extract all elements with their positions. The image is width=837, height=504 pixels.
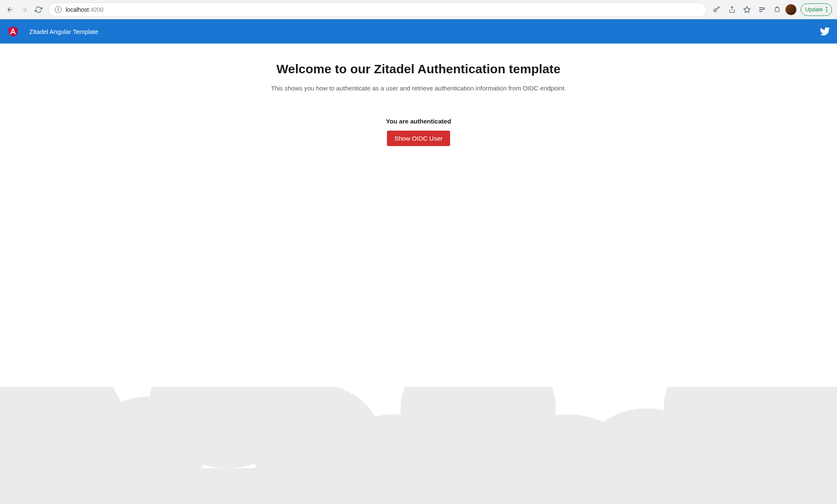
main-content: Welcome to our Zitadel Authentication te… xyxy=(0,44,837,146)
svg-marker-1 xyxy=(744,6,750,12)
extensions-icon[interactable] xyxy=(770,3,784,16)
forward-button[interactable] xyxy=(18,3,31,16)
reading-list-icon[interactable] xyxy=(755,3,769,16)
app-header: Zitadel Angular Template xyxy=(0,19,837,44)
welcome-subtitle: This shows you how to authenticate as a … xyxy=(0,85,837,92)
angular-logo-icon xyxy=(7,25,19,38)
back-button[interactable] xyxy=(3,3,17,16)
welcome-title: Welcome to our Zitadel Authentication te… xyxy=(0,62,837,76)
svg-rect-3 xyxy=(776,7,778,8)
svg-rect-2 xyxy=(775,8,779,11)
url-host: localhost xyxy=(66,6,89,13)
address-bar[interactable]: i localhost:4200 xyxy=(49,3,707,17)
svg-point-0 xyxy=(714,9,716,11)
password-key-icon[interactable] xyxy=(710,3,724,16)
arrow-right-icon xyxy=(21,6,28,13)
bookmark-star-icon[interactable] xyxy=(740,3,754,16)
reload-icon xyxy=(35,6,42,13)
header-left: Zitadel Angular Template xyxy=(7,25,98,38)
auth-status: You are authenticated xyxy=(0,118,837,125)
show-oidc-user-button[interactable]: Show OIDC User xyxy=(387,131,450,146)
reload-button[interactable] xyxy=(32,3,45,16)
share-icon[interactable] xyxy=(725,3,739,16)
svg-marker-5 xyxy=(13,27,18,37)
nav-buttons xyxy=(3,3,45,16)
chrome-actions: Update xyxy=(710,3,834,16)
app-title: Zitadel Angular Template xyxy=(29,28,98,35)
url-display: localhost:4200 xyxy=(66,6,103,13)
update-button[interactable]: Update xyxy=(801,3,832,16)
url-port: :4200 xyxy=(89,6,103,13)
browser-toolbar: i localhost:4200 xyxy=(0,0,837,19)
update-label: Update xyxy=(805,6,823,13)
site-info-icon[interactable]: i xyxy=(55,6,62,13)
arrow-left-icon xyxy=(6,6,14,13)
more-dots-icon xyxy=(826,7,827,12)
profile-avatar[interactable] xyxy=(785,4,796,15)
twitter-icon[interactable] xyxy=(819,26,830,37)
